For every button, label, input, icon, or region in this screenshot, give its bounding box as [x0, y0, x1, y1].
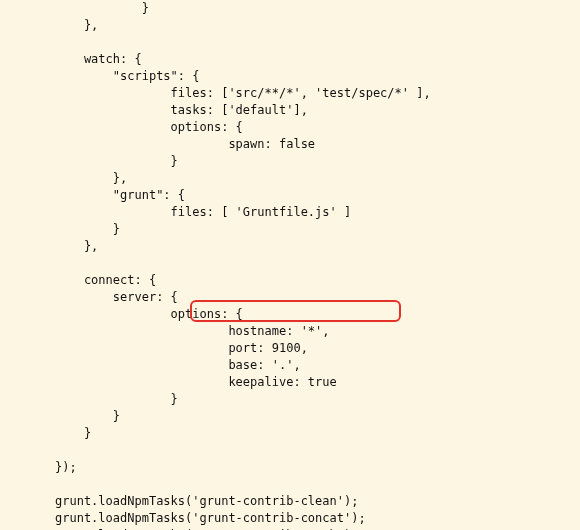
code-line: } [55, 222, 120, 236]
code-line: connect: { [55, 273, 156, 287]
code-line: options: { [55, 120, 243, 134]
code-line: grunt.loadNpmTasks('grunt-contrib-concat… [55, 511, 366, 525]
code-line: } [55, 426, 91, 440]
code-line: tasks: ['default'], [55, 103, 308, 117]
code-line: grunt.loadNpmTasks('grunt-contrib-clean'… [55, 494, 358, 508]
code-line: } [55, 409, 120, 423]
code-line: }, [55, 239, 98, 253]
code-line: options: { [55, 307, 243, 321]
code-block: } }, watch: { "scripts": { files: ['src/… [0, 0, 580, 530]
code-line: } [55, 392, 178, 406]
code-content: } }, watch: { "scripts": { files: ['src/… [55, 1, 431, 530]
code-line: files: ['src/**/*', 'test/spec/*' ], [55, 86, 431, 100]
code-line: }, [55, 18, 98, 32]
code-line: "scripts": { [55, 69, 200, 83]
code-line: }); [55, 460, 77, 474]
code-line: watch: { [55, 52, 142, 66]
code-line: } [55, 154, 178, 168]
code-line: keepalive: true [55, 375, 337, 389]
code-line: port: 9100, [55, 341, 308, 355]
code-line: files: [ 'Gruntfile.js' ] [55, 205, 351, 219]
code-line: server: { [55, 290, 178, 304]
code-line: }, [55, 171, 127, 185]
code-line: spawn: false [55, 137, 315, 151]
code-line: } [55, 1, 149, 15]
code-line: hostname: '*', [55, 324, 330, 338]
code-line: base: '.', [55, 358, 301, 372]
code-line: "grunt": { [55, 188, 185, 202]
